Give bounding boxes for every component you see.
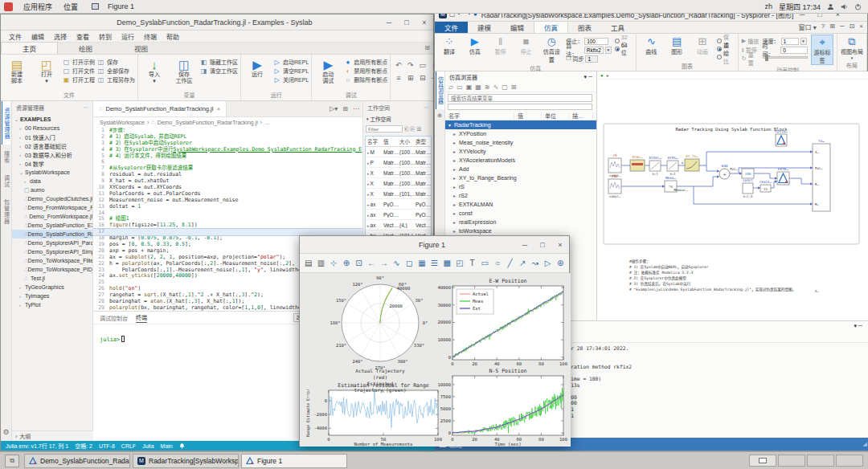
algorithm-input[interactable] [584,47,604,54]
outline-section[interactable]: › 大纲 [12,430,93,441]
columns-icon[interactable]: ☰ [416,126,421,133]
sync-input[interactable] [585,55,598,63]
workspace-row[interactable]: ▸XMatr…(100…Matr… [366,178,431,189]
code-line[interactable]: 14 [93,210,364,217]
browser-tool-icon[interactable]: ▱ [448,84,453,91]
workspace-row[interactable]: ▸X_Matr…(101,…Matr… [366,189,431,199]
ellipse-icon[interactable]: ○ [492,256,503,271]
algorith-dropdown-icon[interactable]: ▾ [605,47,612,54]
cursor-icon[interactable]: ▷ [542,256,554,271]
button-打开文件[interactable]: ▢打开文件 [63,67,95,75]
panel-menu-icon[interactable]: ▾ [584,74,588,80]
button-禁用所有断点[interactable]: ◐禁用所有断点 [344,67,387,75]
menu-查看[interactable]: 查看 [72,32,94,41]
menu-选择[interactable]: 选择 [49,32,72,41]
tree-item[interactable]: ⌄SyslabWorkspace [12,168,92,177]
stop-time-input[interactable] [584,38,608,45]
user-icon[interactable] [827,3,834,10]
radio-64bit[interactable]: 64位 [615,45,633,53]
workspace-row[interactable]: ▸XMatr…(100…Matr… [366,168,431,178]
status-item[interactable]: Julia [142,443,154,449]
sim-search-input[interactable] [448,94,592,102]
workspace-filter-input[interactable] [366,125,403,133]
ribbon-tab-仿真[interactable]: 仿真 [534,21,568,33]
resize-grip[interactable]: ◢ [863,441,867,447]
tree-item[interactable]: ∴Demo_SyslabFunction_Radar… [12,230,92,239]
activity-包管理器[interactable]: 包管理器 [2,193,10,230]
subplot-icon[interactable]: ◰ [454,256,465,271]
open-icon[interactable]: ▤ [303,256,314,271]
tree-item[interactable]: ›TyPlot [12,300,92,309]
code-line[interactable]: 5# 4）运行本文件，得到绘图结果 [93,153,364,160]
diagram-tab-more-icon[interactable]: ▸ [607,72,609,78]
tree-item[interactable]: ∴Demo_SysplorerAPI_Paramet… [12,239,92,247]
tree-item[interactable]: ›00 Resources [12,124,92,133]
radio-compare[interactable]: 对比 [717,53,735,61]
sim-column-header[interactable]: 单位 [542,112,569,120]
expand-icon[interactable]: ▸ [367,192,370,197]
back-icon[interactable]: ← [366,256,377,271]
ribbon-collapse-icon[interactable]: ⊞ [424,44,430,51]
cursor-label-button[interactable]: ⌖游标标签 [811,35,833,65]
status-item[interactable]: Main [161,443,173,449]
doc-restore-icon[interactable]: ⊡ [850,22,855,31]
figure-titlebar[interactable]: Figure 1 ─ □ × [300,236,569,254]
sim-settings-button[interactable]: ◷仿真设置 [540,35,563,63]
button-运行[interactable]: ▶运行 [244,56,271,78]
tree-item[interactable]: ›TyGeoGraphics [12,283,92,292]
edit-tool-icon[interactable]: ⊟ [417,72,428,84]
tree-item[interactable]: ›data [12,177,92,186]
code-line[interactable]: 13deltat = 1 [93,204,364,210]
ribbon-tab-图表[interactable]: 图表 [568,22,601,33]
menu-转到[interactable]: 转到 [94,32,117,41]
tree-item[interactable]: ›04 数学 [12,159,92,168]
polyline-icon[interactable]: ↝ [530,256,541,271]
minimize-icon[interactable]: ─ [380,14,398,30]
column-header[interactable]: 值 [383,137,399,145]
graph-button[interactable]: ▤图形 [665,35,688,55]
status-item[interactable]: 行 17, 列 1 [42,442,68,450]
sim-tree-item[interactable]: ▸toWorkspace [445,226,596,235]
tree-item[interactable]: ›03 数据导入和分析 [12,150,92,159]
edit-tool-icon[interactable]: ↶ [393,59,403,71]
sim-tree-item[interactable]: ▸XY_to_Range_Bearing [445,173,596,182]
workspace-button[interactable] [778,455,805,467]
topbar-menu-applications[interactable]: 应用程序 [18,0,58,13]
button-新建脚本[interactable]: ▤新建 脚本 [3,56,31,84]
sim-tree-item[interactable]: ▸realExpression [445,218,596,226]
tree-item[interactable]: ∴Test.jl [12,274,92,283]
code-line[interactable]: 16figure(figsize=[11.25, 8.1]) [93,222,364,229]
speed-input[interactable] [781,38,799,45]
tree-item[interactable]: ∴Demo_FromWorkspace_Rolli… [12,203,92,212]
button-打开▾[interactable]: ◰打开 ▾ [33,56,60,84]
workspace-row[interactable]: ▸axPyO…PyO… [366,199,431,210]
block-rs2[interactable]: rS2sampl… [608,174,621,198]
button-启动REPL[interactable]: ▷启动REPL [273,59,309,67]
browser-tool-icon[interactable]: ▣ [466,84,473,91]
run-file-icon[interactable]: ▷▾ [330,105,338,112]
text-icon[interactable]: T [467,256,478,271]
button-导入▾[interactable]: ↓导入 ▾ [141,56,168,84]
browser-tool-icon[interactable]: ∿ [493,84,499,91]
anim-reset-button[interactable]: ↻重置 [742,55,760,63]
line-icon[interactable]: ╱ [505,256,516,271]
model-diagram[interactable]: Radar Tracking Using Syslab Function Blo… [597,80,868,322]
settings-gear-icon[interactable]: ⚙ [2,428,9,436]
button-保存[interactable]: ◫保存 [97,59,135,67]
doc-minimize-icon[interactable]: ─ [840,22,845,31]
edit-tool-icon[interactable]: ▭ [417,59,428,71]
button-保存工作区[interactable]: ◫保存 工作区 [170,56,198,84]
datatip-icon[interactable]: ◻ [403,256,415,271]
edit-tool-icon[interactable]: ≡ [393,72,403,84]
model-run-icon[interactable]: ● [600,73,604,78]
expand-icon[interactable]: ▸ [367,223,370,228]
maximize-icon[interactable]: □ [534,236,551,253]
workspace-row[interactable]: ▸PMatr…(100…Matr… [366,157,431,168]
arrow-icon[interactable]: ↗ [517,256,528,271]
expand-icon[interactable]: ▸ [367,213,370,218]
workspace-row[interactable]: ▸axVect…(4,)Vect… [366,220,431,230]
volume-icon[interactable] [841,3,848,10]
button-关闭REPL[interactable]: ▷关闭REPL [273,76,309,84]
sim-tree-item[interactable]: ▸Add [445,165,596,173]
workspace-row[interactable]: ▸MMatr…(100…Matr… [366,147,431,157]
